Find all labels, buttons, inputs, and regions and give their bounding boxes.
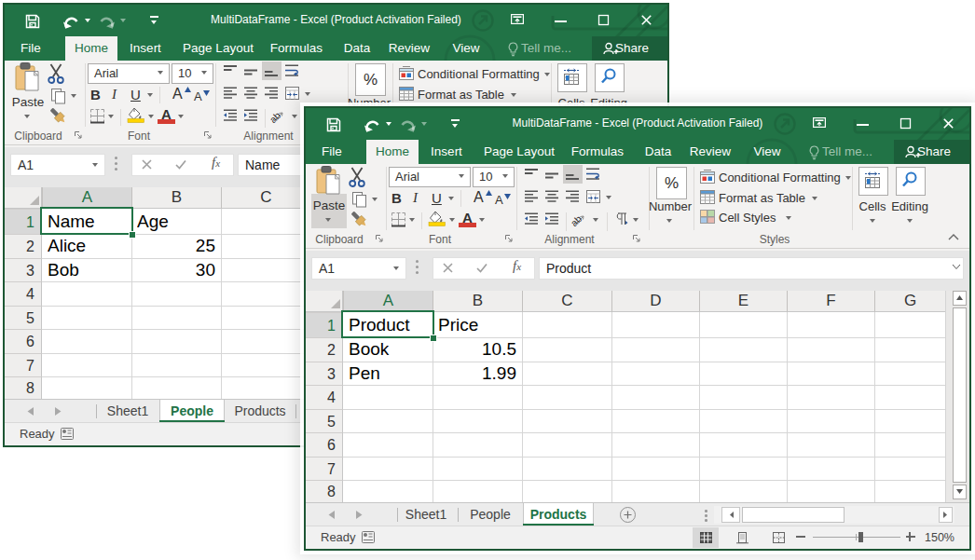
svg-text:ab: ab <box>569 212 584 228</box>
svg-text:ab: ab <box>268 109 283 125</box>
